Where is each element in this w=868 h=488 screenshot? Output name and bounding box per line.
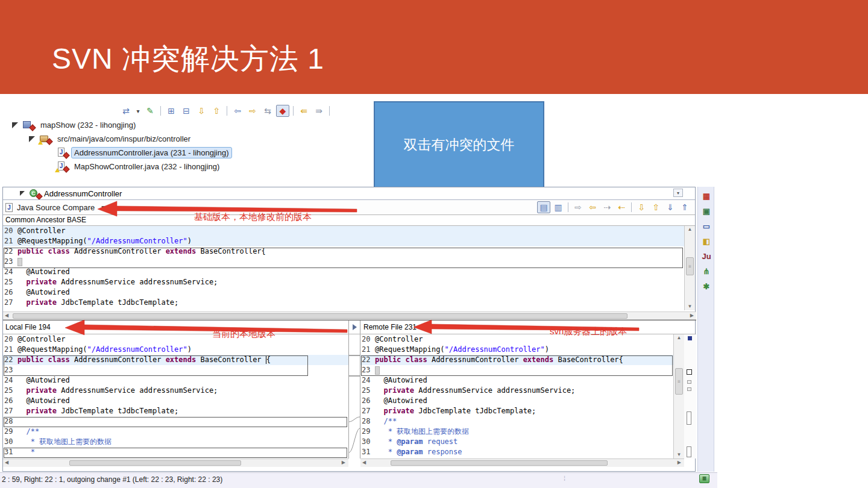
line-number: 20 — [3, 226, 17, 236]
line-number: 21 — [360, 345, 375, 355]
next-change-icon[interactable]: ⇓ — [664, 201, 677, 213]
pin-editor-icon[interactable]: ✎ — [143, 105, 157, 117]
ancestor-vscrollbar[interactable]: ▲ ≡ ▼ — [684, 226, 695, 310]
code-text: /** — [375, 416, 673, 427]
sync-view-tree: mapShow (232 - lihongjing)src/main/java/… — [0, 118, 362, 174]
outgoing-mode-icon[interactable]: ⇨ — [246, 105, 259, 117]
toolbar-separator — [293, 106, 294, 116]
copy-current-left-to-right-icon[interactable]: ⇢ — [600, 201, 614, 213]
code-line: 25 private AddressnumService addressnumS… — [3, 277, 684, 287]
code-text: @RequestMapping("/AddressnumController") — [375, 345, 673, 355]
ancestor-hscrollbar[interactable]: ◀ ▶ — [3, 311, 696, 320]
copy-all-right-to-left-icon[interactable]: ⇦ — [586, 201, 599, 213]
code-line: 23 — [3, 257, 684, 267]
left-pane-label: Local File 194 — [3, 321, 348, 334]
code-text: public class AddressnumController extend… — [17, 246, 684, 257]
commit-icon[interactable]: ⇛ — [312, 105, 326, 117]
remote-hscrollbar[interactable]: ◀ ▶ — [360, 458, 684, 467]
line-number: 20 — [3, 334, 17, 345]
viewer-dropdown-icon[interactable]: ▼ — [100, 204, 106, 211]
expander-icon[interactable] — [12, 122, 18, 128]
code-text: @Autowired — [17, 267, 684, 277]
copy-direction-button[interactable] — [348, 321, 360, 334]
remote-pane[interactable]: 20@Controller21@RequestMapping("/Address… — [360, 334, 673, 458]
previous-change-icon[interactable]: ⇑ — [678, 201, 691, 213]
console-shortcut-icon[interactable]: ≣ — [699, 474, 709, 483]
line-number: 28 — [360, 416, 375, 427]
compare-viewer-title: Java Source Compare — [17, 203, 95, 212]
tree-row[interactable]: JMapShowController.java (232 - lihongjin… — [0, 160, 362, 174]
code-line: 24 @Autowired — [3, 267, 684, 277]
line-number: 24 — [360, 375, 375, 386]
compare-viewer-header: J Java Source Compare ▼ ▤▥⇨⇦⇢⇠⇩⇧⇓⇑ — [3, 199, 695, 215]
local-hscrollbar[interactable]: ◀ ▶ — [3, 458, 348, 467]
code-line: 26 @Autowired — [3, 396, 348, 406]
code-line: 26 @Autowired — [3, 287, 684, 298]
remote-vscrollbar[interactable]: ▲ ≡ ▼ — [673, 334, 684, 458]
status-text: 2 : 59, Right: 22 : 1, outgoing change #… — [2, 475, 222, 484]
view-shortcut-rail: ▦▣▭◧Ju⋔✱ — [697, 187, 714, 472]
tree-item-label[interactable]: src/main/java/com/inspur/biz/controller — [54, 133, 193, 145]
junit-view-icon[interactable]: Ju — [701, 251, 712, 261]
line-number: 25 — [360, 386, 375, 396]
expander-icon[interactable] — [20, 191, 25, 196]
line-number: 26 — [3, 287, 17, 298]
next-difference-icon[interactable]: ⇩ — [635, 201, 648, 213]
structure-compare-item[interactable]: C AddressnumController — [3, 187, 695, 199]
update-icon[interactable]: ⇚ — [297, 105, 310, 117]
tree-row[interactable]: JAddressnumController.java (231 - lihong… — [0, 146, 362, 160]
code-text — [375, 365, 673, 375]
expand-all-icon[interactable]: ⊞ — [165, 105, 178, 117]
toolbar-separator — [227, 106, 227, 116]
line-number: 23 — [3, 257, 17, 267]
code-text: @Autowired — [17, 396, 348, 406]
local-pane[interactable]: 20@Controller21@RequestMapping("/Address… — [3, 334, 348, 458]
code-text: public class AddressnumController extend… — [375, 355, 673, 365]
conflicts-mode-icon[interactable]: ◆ — [276, 105, 289, 117]
code-line: 27 private JdbcTemplate tJdbcTemplate; — [3, 298, 684, 308]
viewer-menu-button[interactable]: ▾ — [673, 189, 683, 197]
incoming-mode-icon[interactable]: ⇦ — [231, 105, 244, 117]
copy-current-right-to-left-icon[interactable]: ⇠ — [615, 201, 628, 213]
code-line: 23 — [3, 365, 348, 375]
side-by-side-layout-icon[interactable]: ▥ — [552, 201, 565, 213]
diff-connector-lines — [349, 334, 360, 458]
code-text: private AddressnumService addressnumServ… — [375, 386, 673, 396]
line-number: 21 — [3, 236, 17, 246]
expander-icon[interactable] — [29, 136, 35, 142]
outline-view-icon[interactable]: ▦ — [701, 190, 712, 201]
java-file-conflict-icon: J — [57, 148, 68, 158]
previous-difference-icon[interactable]: ⇧ — [649, 201, 662, 213]
display-view-icon[interactable]: ▭ — [701, 221, 712, 231]
type-hierarchy-view-icon[interactable]: ⋔ — [701, 266, 712, 277]
code-line: 28 /** — [360, 416, 673, 427]
code-text — [17, 416, 348, 427]
tree-item-label[interactable]: mapShow (232 - lihongjing) — [37, 119, 139, 131]
line-number: 20 — [360, 334, 375, 345]
tree-row[interactable]: src/main/java/com/inspur/biz/controller — [0, 132, 362, 146]
ancestor-pane[interactable]: 20@Controller21@RequestMapping("/Address… — [3, 226, 684, 310]
tree-item-label[interactable]: MapShowController.java (232 - lihongjing… — [71, 161, 222, 172]
code-text: private AddressnumService addressnumServ… — [17, 386, 348, 396]
search-view-icon[interactable]: ◧ — [701, 236, 712, 246]
code-text: * @param response — [375, 447, 673, 457]
line-number: 28 — [3, 416, 17, 427]
code-line: 31 * @param response — [360, 447, 673, 457]
two-pane-layout-icon[interactable]: ▤ — [537, 201, 550, 213]
code-line: 30 * 获取地图上需要的数据 — [3, 437, 348, 447]
collapse-all-icon[interactable]: ⊟ — [180, 105, 193, 117]
previous-change-icon[interactable]: ⇧ — [210, 105, 223, 117]
structure-item-label[interactable]: AddressnumController — [44, 189, 122, 198]
slide: SVN 冲突解决方法 1 双击有冲突的文件 ⇄▾✎⊞⊟⇩⇧⇦⇨⇆◆⇚⇛ mapS… — [0, 0, 868, 488]
tree-item-label[interactable]: AddressnumController.java (231 - lihongj… — [71, 147, 232, 158]
console-view-icon[interactable]: ▣ — [701, 205, 712, 216]
synchronize-dropdown-icon[interactable]: ▾ — [134, 105, 142, 117]
debug-view-icon[interactable]: ✱ — [701, 281, 712, 292]
synchronize-icon[interactable]: ⇄ — [119, 105, 133, 117]
tree-row[interactable]: mapShow (232 - lihongjing) — [0, 118, 362, 132]
copy-all-left-to-right-icon[interactable]: ⇨ — [571, 201, 585, 213]
both-mode-icon[interactable]: ⇆ — [261, 105, 274, 117]
next-change-icon[interactable]: ⇩ — [195, 105, 208, 117]
package-conflict-icon — [40, 134, 51, 144]
code-text: @Autowired — [17, 375, 348, 386]
